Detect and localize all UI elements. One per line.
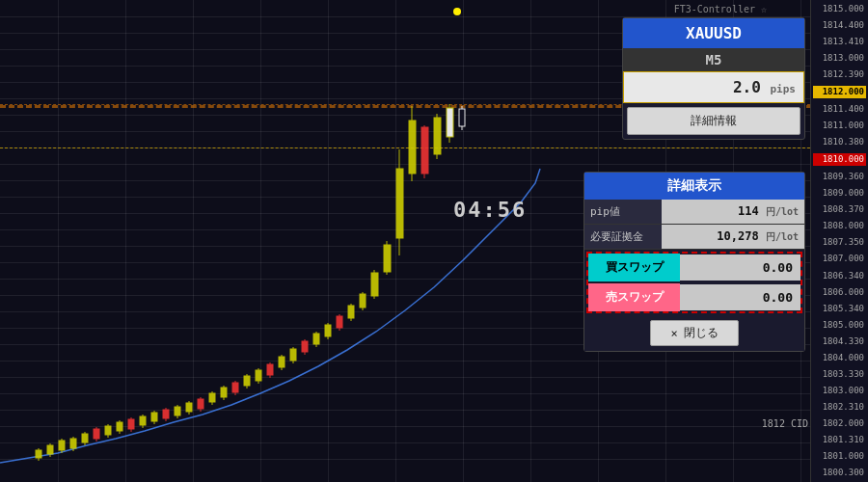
price-tick: 1813.410 [813,37,866,47]
margin-row: 必要証拠金 10,278 円/lot [584,225,804,250]
svg-rect-9 [82,434,88,442]
timeframe-display: M5 [623,48,804,71]
price-tick: 1800.300 [813,468,866,478]
price-tick: 1801.310 [813,435,866,445]
svg-rect-43 [279,357,285,367]
price-tick: 1802.000 [813,418,866,429]
price-tick: 1806.000 [813,287,866,298]
price-tick: 1813.000 [813,53,866,64]
sell-swap-row: 売スワップ 0.00 [588,283,800,311]
pip-row: pip値 114 円/lot [584,200,804,225]
svg-rect-15 [117,422,122,431]
price-tick: 1811.400 [813,104,866,115]
svg-rect-3 [47,445,53,454]
svg-rect-29 [198,399,203,409]
pip-label: pip値 [584,200,662,224]
price-tick: 1809.360 [813,172,866,182]
svg-rect-25 [175,407,180,415]
price-tick: 1809.000 [813,188,866,199]
svg-rect-17 [128,419,134,429]
close-label: 閉じる [684,325,719,341]
svg-rect-51 [325,325,331,336]
price-tick: 1812.390 [813,69,866,80]
price-tick: 1804.330 [813,336,866,347]
price-axis: 1815.000 1814.400 1813.410 1813.000 1812… [810,0,868,482]
svg-rect-1 [36,450,41,458]
sell-swap-label: 売スワップ [588,283,680,311]
price-tick: 1802.310 [813,402,866,413]
ft3-controller-label: FT3-Controller ☆ [674,4,767,14]
pips-unit: pips [771,83,797,95]
svg-rect-7 [70,439,76,448]
svg-rect-13 [105,426,111,435]
cid-label: 1812 CID [762,418,808,429]
time-display: 04:56 [453,198,527,222]
svg-rect-19 [140,416,146,425]
price-tick: 1814.400 [813,20,866,31]
svg-rect-71 [447,108,453,137]
margin-value: 10,278 円/lot [662,225,804,249]
buy-swap-label: 買スワップ [588,254,680,281]
svg-rect-61 [384,245,391,272]
symbol-display: XAUUSD [623,18,804,48]
price-tick: 1808.000 [813,221,866,231]
svg-rect-11 [94,429,99,439]
svg-rect-5 [59,441,65,450]
price-tick-red: 1810.000 [813,153,866,166]
svg-rect-23 [163,410,169,418]
close-button[interactable]: × 閉じる [650,320,738,346]
detail-panel: 詳細表示 pip値 114 円/lot 必要証拠金 10,278 円/lot 買… [583,172,805,352]
svg-rect-63 [396,169,403,238]
svg-rect-67 [421,127,428,174]
svg-rect-21 [151,413,157,421]
svg-rect-57 [360,294,366,308]
price-tick: 1804.000 [813,353,866,363]
price-tick: 1815.000 [813,4,866,14]
price-tick: 1810.380 [813,137,866,147]
svg-rect-27 [186,403,192,412]
price-tick: 1805.340 [813,304,866,314]
price-tick: 1807.000 [813,254,866,264]
pips-display: 2.0 pips [623,71,804,103]
price-tick: 1803.000 [813,386,866,396]
svg-rect-37 [244,376,250,386]
price-tick: 1811.000 [813,120,866,131]
svg-rect-53 [337,316,342,328]
price-tick: 1803.330 [813,369,866,380]
svg-rect-59 [371,273,378,296]
svg-rect-65 [409,120,416,174]
price-tick: 1808.370 [813,204,866,215]
price-tick: 1806.340 [813,271,866,281]
close-x: × [670,327,677,340]
svg-rect-73 [459,109,465,126]
margin-label: 必要証拠金 [584,225,662,249]
svg-rect-39 [256,370,261,381]
price-tick: 1805.000 [813,320,866,331]
svg-rect-31 [209,393,215,402]
svg-rect-33 [221,388,227,397]
pip-value: 114 円/lot [662,200,804,224]
buy-swap-row: 買スワップ 0.00 [588,254,800,281]
price-tick-gold: 1812.000 [813,86,866,98]
svg-rect-49 [313,334,319,344]
close-button-area[interactable]: × 閉じる [584,315,804,351]
svg-rect-45 [290,349,296,361]
detail-panel-header: 詳細表示 [584,173,804,200]
svg-rect-35 [232,383,238,392]
price-tick: 1801.000 [813,451,866,462]
svg-rect-47 [302,341,308,352]
top-price-marker [453,8,461,15]
main-panel: XAUUSD M5 2.0 pips 詳細情報 [622,17,805,140]
svg-rect-55 [348,306,354,318]
pips-value: 2.0 [733,78,761,96]
sell-swap-value: 0.00 [680,284,800,310]
swap-section: 買スワップ 0.00 売スワップ 0.00 [586,252,802,313]
detail-info-button[interactable]: 詳細情報 [627,107,800,135]
svg-rect-69 [434,118,441,154]
price-tick: 1807.350 [813,237,866,248]
buy-swap-value: 0.00 [680,254,800,281]
svg-rect-41 [267,364,273,375]
